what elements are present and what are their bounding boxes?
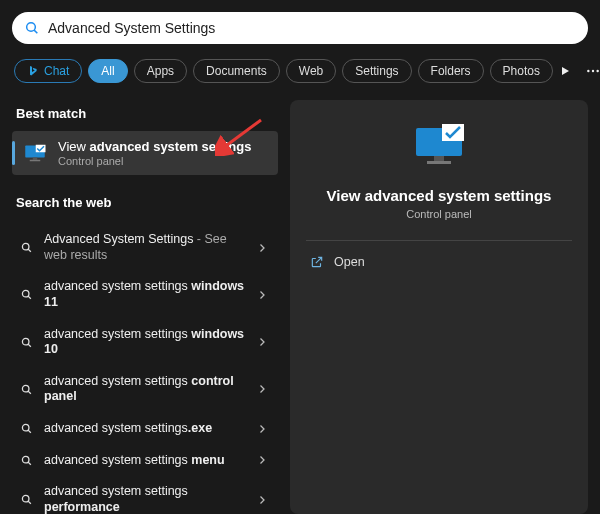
selection-accent: [12, 141, 15, 165]
svg-point-9: [22, 244, 29, 251]
svg-point-0: [27, 23, 36, 32]
search-icon: [24, 20, 40, 36]
search-icon: [20, 493, 33, 506]
svg-point-15: [22, 385, 29, 392]
filter-all[interactable]: All: [88, 59, 127, 83]
web-result-label: advanced system settings windows 10: [44, 327, 246, 358]
filter-folders[interactable]: Folders: [418, 59, 484, 83]
search-bar[interactable]: [12, 12, 588, 44]
monitor-icon: [22, 140, 48, 166]
svg-line-22: [28, 502, 31, 505]
search-input[interactable]: [48, 20, 576, 36]
search-icon: [20, 336, 33, 349]
more-icon[interactable]: [585, 63, 600, 79]
svg-line-1: [34, 30, 37, 33]
web-result[interactable]: Advanced System Settings - See web resul…: [12, 224, 278, 271]
svg-line-20: [28, 462, 31, 465]
filter-web[interactable]: Web: [286, 59, 336, 83]
web-result-label: advanced system settings control panel: [44, 374, 246, 405]
svg-point-17: [22, 425, 29, 432]
best-match-item[interactable]: View advanced system settings Control pa…: [12, 131, 278, 175]
chevron-right-icon: [256, 494, 268, 506]
chevron-right-icon: [256, 454, 268, 466]
svg-line-12: [28, 297, 31, 300]
open-button[interactable]: Open: [306, 255, 365, 269]
search-icon: [20, 383, 33, 396]
svg-point-3: [592, 70, 594, 72]
svg-point-4: [596, 70, 598, 72]
chat-tab[interactable]: Chat: [14, 59, 82, 83]
detail-subtitle: Control panel: [406, 208, 471, 220]
chat-label: Chat: [44, 64, 69, 78]
best-match-title: View advanced system settings: [58, 139, 251, 154]
web-result-label: advanced system settings performance: [44, 484, 246, 514]
detail-title: View advanced system settings: [327, 187, 552, 204]
chevron-right-icon: [256, 423, 268, 435]
search-icon: [20, 454, 33, 467]
svg-point-11: [22, 291, 29, 298]
svg-line-10: [28, 249, 31, 252]
best-match-subtitle: Control panel: [58, 155, 251, 167]
web-results-list: Advanced System Settings - See web resul…: [12, 224, 278, 514]
bing-icon: [27, 65, 39, 77]
search-icon: [20, 288, 33, 301]
search-icon: [20, 422, 33, 435]
svg-point-2: [587, 70, 589, 72]
web-result[interactable]: advanced system settings.exe: [12, 413, 278, 445]
svg-rect-24: [434, 156, 444, 161]
svg-line-18: [28, 430, 31, 433]
svg-rect-8: [36, 145, 46, 153]
filter-row: Chat All Apps Documents Web Settings Fol…: [12, 58, 588, 84]
filter-photos[interactable]: Photos: [490, 59, 553, 83]
open-label: Open: [334, 255, 365, 269]
svg-rect-25: [427, 161, 451, 164]
svg-line-14: [28, 344, 31, 347]
web-result-label: advanced system settings.exe: [44, 421, 246, 437]
svg-point-19: [22, 456, 29, 463]
monitor-icon: [412, 120, 466, 171]
web-result[interactable]: advanced system settings windows 11: [12, 271, 278, 318]
divider: [306, 240, 572, 241]
chevron-right-icon: [256, 336, 268, 348]
svg-rect-6: [33, 158, 38, 160]
web-result-label: advanced system settings windows 11: [44, 279, 246, 310]
filter-documents[interactable]: Documents: [193, 59, 280, 83]
results-pane: Best match View advanced system settings…: [12, 100, 278, 514]
best-match-header: Best match: [12, 100, 278, 131]
web-result[interactable]: advanced system settings windows 10: [12, 319, 278, 366]
chevron-right-icon: [256, 383, 268, 395]
search-web-header: Search the web: [12, 189, 278, 220]
web-result-label: Advanced System Settings - See web resul…: [44, 232, 246, 263]
web-result[interactable]: advanced system settings control panel: [12, 366, 278, 413]
web-result-label: advanced system settings menu: [44, 453, 246, 469]
open-icon: [310, 255, 324, 269]
svg-point-21: [22, 496, 29, 503]
web-result[interactable]: advanced system settings performance: [12, 476, 278, 514]
svg-point-13: [22, 338, 29, 345]
web-result[interactable]: advanced system settings menu: [12, 445, 278, 477]
play-icon[interactable]: [559, 65, 571, 77]
chevron-right-icon: [256, 242, 268, 254]
chevron-right-icon: [256, 289, 268, 301]
svg-rect-7: [30, 160, 41, 162]
filter-settings[interactable]: Settings: [342, 59, 411, 83]
svg-line-16: [28, 391, 31, 394]
search-icon: [20, 241, 33, 254]
detail-pane: View advanced system settings Control pa…: [290, 100, 588, 514]
filter-apps[interactable]: Apps: [134, 59, 187, 83]
